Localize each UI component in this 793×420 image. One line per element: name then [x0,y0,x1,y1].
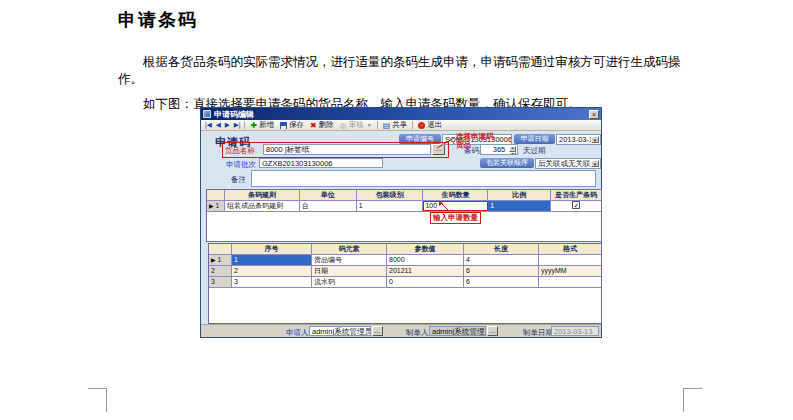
toolbar-separator [412,121,413,129]
batch-input[interactable]: GZXB201303130006 [259,158,383,168]
maker-browse-button[interactable]: ... [487,326,498,336]
row-header: 2 [209,266,232,276]
cell-length[interactable]: 6 [464,277,539,287]
nav-first-button[interactable]: |◀ [203,121,214,129]
column-header[interactable]: 参数值 [387,244,464,254]
column-header[interactable]: 码元素 [312,244,387,254]
cell-generate-qty[interactable]: 100 [423,201,488,211]
cell-length[interactable]: 6 [464,266,539,276]
add-button-label: 新增 [259,120,274,130]
maker-input[interactable]: admin|系统管理员 [429,326,486,336]
cell-package-level[interactable]: 1 [357,201,424,211]
audit-button[interactable]: ◎ 审核 ▼ [337,120,375,130]
cell-element[interactable]: 流水码 [312,277,387,287]
apply-date-dropdown-icon[interactable]: ▼ [591,136,599,143]
grid-corner [207,190,225,200]
exit-button[interactable]: - 退出 [415,120,445,130]
row-header: ▶ 1 [209,255,232,265]
current-row-icon: ▶ [211,257,216,263]
cell-format[interactable] [539,255,601,265]
nav-last-button[interactable]: ▶| [232,121,243,129]
row-number: 2 [211,267,215,274]
close-icon[interactable]: × [589,110,599,119]
annotation-line: 货品 [456,141,494,149]
cell-format[interactable]: yyyyMM [539,266,601,276]
crop-mark [106,388,107,412]
rules-grid-row[interactable]: ▶ 1 组装成品条码规则 台 1 100 1 ✓ [207,201,601,212]
column-header[interactable]: 是否生产条码 [551,190,601,200]
apply-date-combo[interactable]: 2013-03-13 ▼ [556,134,601,145]
applicant-input[interactable]: admin|系统管理员 [309,326,371,336]
column-header[interactable]: 生码数量 [423,190,488,200]
column-header[interactable]: 比例 [488,190,551,200]
cell-ratio[interactable]: 1 [488,201,551,211]
package-order-value: 后关联或无关联 [538,159,591,168]
document-body: 申请条码 根据各货品条码的实际需求情况，进行适量的条码生成申请，申请码需通过审核… [118,8,696,113]
document-page: 申请条码 根据各货品条码的实际需求情况，进行适量的条码生成申请，申请码需通过审核… [0,0,793,420]
column-header[interactable]: 单位 [300,190,357,200]
applicant-browse-button[interactable]: ... [372,326,383,336]
current-row-icon: ▶ [209,203,214,209]
column-header[interactable]: 条码规则 [225,190,300,200]
share-icon: ▤ [383,121,391,130]
nav-prev-button[interactable]: ◀ [214,121,223,129]
cell-production-barcode[interactable]: ✓ [551,201,601,211]
paragraph-intro: 根据各货品条码的实际需求情况，进行适量的条码生成申请，申请码需通过审核方可进行生… [118,54,696,88]
cell-rule[interactable]: 组装成品条码规则 [225,201,300,211]
column-header[interactable]: 格式 [539,244,601,254]
save-button[interactable]: 保存 [277,120,307,130]
grid-corner [209,244,232,254]
nav-next-button[interactable]: ▶ [223,121,232,129]
spin-down-icon[interactable]: ▼ [509,152,516,156]
share-button[interactable]: ▤ 共享 [380,120,411,130]
cell-param[interactable]: 0 [387,277,464,287]
crop-mark [683,388,702,389]
toolbar-separator [377,121,378,129]
goods-name-input[interactable]: 8000 |标签纸 [263,144,431,155]
toolbar-separator [244,121,245,129]
column-header[interactable]: 长度 [464,244,539,254]
audit-dropdown-icon: ▼ [367,122,372,128]
apply-date-label: 申请日期 [514,134,555,144]
toolbar: |◀ ◀ ▶ ▶| ✚ 新增 保存 ✖ 删除 ◎ 审核 ▼ [201,120,601,131]
annotation-input-qty: 输入申请数量 [430,212,481,224]
goods-browse-button[interactable]: ... [432,144,445,155]
cell-format[interactable] [539,277,601,287]
page-title: 申请条码 [118,8,696,32]
elements-grid: 序号 码元素 参数值 长度 格式 ▶ 1 1 货品编号 8000 4 2 2 [208,243,602,324]
rules-grid-header: 条码规则 单位 包装级别 生码数量 比例 是否生产条码 [207,190,601,201]
footer-bar: 申请人 admin|系统管理员 ... 制单人 admin|系统管理员 ... … [201,324,601,337]
make-date-input[interactable]: 2013-03-13 [551,326,599,336]
exit-icon: - [418,122,425,129]
add-button[interactable]: ✚ 新增 [247,120,277,130]
rules-grid: 条码规则 单位 包装级别 生码数量 比例 是否生产条码 ▶ 1 组装成品条码规则… [206,189,602,242]
cell-param[interactable]: 201211 [387,266,464,276]
cell-param[interactable]: 8000 [387,255,464,265]
cell-unit[interactable]: 台 [300,201,357,211]
package-order-combo[interactable]: 后关联或无关联 ▼ [535,158,601,169]
form-body: 申请码 申请编号 SQM201303130006 申请日期 2013-03-13… [201,131,601,326]
cell-seq[interactable]: 3 [232,277,312,287]
cell-element[interactable]: 日期 [312,266,387,276]
elements-grid-row[interactable]: ▶ 1 1 货品编号 8000 4 [209,255,601,266]
window-titlebar: 申请码编辑 × [201,108,601,120]
remark-input[interactable] [251,170,596,187]
crop-mark [88,388,107,389]
package-order-label: 包装关联顺序 [480,158,534,168]
cell-seq[interactable]: 2 [232,266,312,276]
column-header[interactable]: 序号 [232,244,312,254]
delete-button[interactable]: ✖ 删除 [307,120,337,130]
delete-icon: ✖ [310,121,317,130]
barcode-days-spinner[interactable]: ▲ ▼ [509,146,516,155]
cell-seq[interactable]: 1 [232,255,312,265]
crop-mark [683,388,684,412]
applicant-label: 申请人 [286,328,309,338]
cell-length[interactable]: 4 [464,255,539,265]
production-barcode-checkbox[interactable]: ✓ [572,201,580,209]
elements-grid-row[interactable]: 3 3 流水码 0 6 [209,277,601,288]
cell-element[interactable]: 货品编号 [312,255,387,265]
audit-icon: ◎ [340,121,347,130]
elements-grid-row[interactable]: 2 2 日期 201211 6 yyyyMM [209,266,601,277]
column-header[interactable]: 包装级别 [357,190,424,200]
package-order-dropdown-icon[interactable]: ▼ [591,160,599,167]
